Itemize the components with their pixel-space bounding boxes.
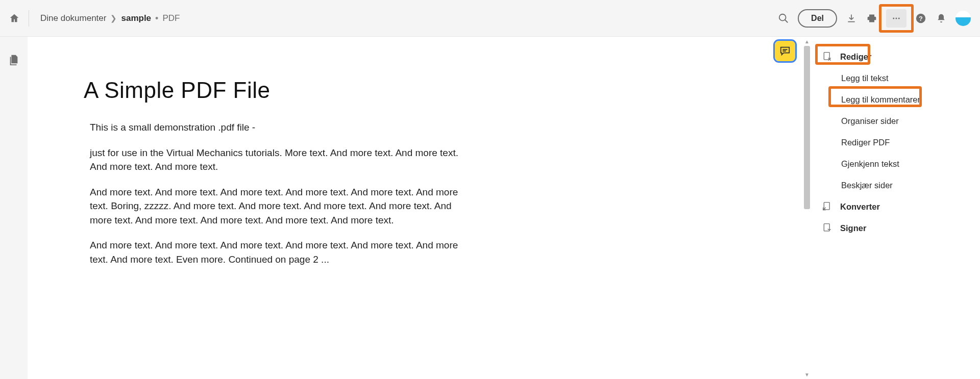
chevron-right-icon: ❯ xyxy=(110,14,117,23)
documents-icon xyxy=(8,54,19,65)
search-button[interactable] xyxy=(773,8,794,29)
panel-item-label: Beskjær sider xyxy=(841,181,893,190)
top-toolbar: Dine dokumenter ❯ sample • PDF Del ? xyxy=(0,0,980,37)
panel-signer[interactable]: Signer xyxy=(820,217,972,239)
vertical-scrollbar[interactable]: ▲ ▼ xyxy=(802,37,812,379)
paragraph: And more text. And more text. And more t… xyxy=(90,238,472,266)
convert-icon xyxy=(822,201,833,212)
print-icon xyxy=(867,13,877,23)
help-button[interactable]: ? xyxy=(911,8,931,29)
home-icon xyxy=(9,13,20,24)
panel-item-label: Legg til tekst xyxy=(841,73,889,83)
breadcrumb-current: sample xyxy=(121,13,151,23)
panel-item-label: Rediger xyxy=(840,52,871,62)
divider xyxy=(29,10,29,27)
panel-organiser-sider[interactable]: Organiser sider xyxy=(820,110,972,132)
comment-icon xyxy=(779,45,791,57)
download-button[interactable] xyxy=(841,8,862,29)
svg-point-3 xyxy=(896,17,897,19)
document-viewer: A Simple PDF File This is a small demons… xyxy=(28,37,812,379)
panel-rediger-pdf[interactable]: Rediger PDF xyxy=(820,132,972,153)
panel-beskjaer-sider[interactable]: Beskjær sider xyxy=(820,174,972,196)
panel-item-label: Organiser sider xyxy=(841,116,899,126)
more-menu-wrap xyxy=(886,9,906,28)
main-area: A Simple PDF File This is a small demons… xyxy=(0,37,980,379)
panel-konverter[interactable]: Konverter xyxy=(820,196,972,217)
svg-point-4 xyxy=(898,17,900,19)
user-avatar[interactable] xyxy=(955,11,971,26)
document-page: A Simple PDF File This is a small demons… xyxy=(28,37,589,266)
share-label: Del xyxy=(811,14,824,23)
share-button[interactable]: Del xyxy=(798,9,837,28)
document-body: This is a small demonstration .pdf file … xyxy=(84,120,472,266)
scroll-track[interactable] xyxy=(802,46,812,370)
sign-icon xyxy=(822,222,833,234)
paragraph: just for use in the Virtual Mechanics tu… xyxy=(90,146,472,174)
home-button[interactable] xyxy=(7,11,21,26)
document-title: A Simple PDF File xyxy=(84,78,533,103)
scroll-thumb[interactable] xyxy=(804,46,810,209)
download-icon xyxy=(846,13,856,23)
help-icon: ? xyxy=(915,13,926,24)
panel-gjenkjenn-tekst[interactable]: Gjenkjenn tekst xyxy=(820,153,972,174)
panel-item-label: Rediger PDF xyxy=(841,138,890,147)
panel-item-label: Konverter xyxy=(840,202,880,212)
ellipsis-icon xyxy=(892,14,901,23)
print-button[interactable] xyxy=(862,8,882,29)
scroll-down-arrow[interactable]: ▼ xyxy=(802,370,812,379)
breadcrumb-root[interactable]: Dine dokumenter xyxy=(40,13,106,23)
more-options-button[interactable] xyxy=(886,9,906,28)
breadcrumb: Dine dokumenter ❯ sample • PDF xyxy=(40,13,180,23)
svg-point-0 xyxy=(779,14,786,20)
panel-rediger[interactable]: Rediger xyxy=(820,46,972,67)
documents-rail-button[interactable] xyxy=(8,54,19,65)
tools-panel: Rediger Legg til tekst Legg til kommenta… xyxy=(812,37,980,379)
panel-item-label: Signer xyxy=(840,223,866,233)
panel-legg-til-tekst[interactable]: Legg til tekst xyxy=(820,67,972,89)
separator-dot: • xyxy=(155,14,158,23)
bell-icon xyxy=(936,13,946,23)
paragraph: This is a small demonstration .pdf file … xyxy=(90,120,472,135)
paragraph: And more text. And more text. And more t… xyxy=(90,185,472,228)
add-comment-button[interactable] xyxy=(775,41,795,61)
scroll-up-arrow[interactable]: ▲ xyxy=(802,37,812,46)
svg-line-1 xyxy=(785,19,788,22)
panel-legg-til-kommentarer[interactable]: Legg til kommentarer xyxy=(820,89,972,110)
panel-item-label: Legg til kommentarer xyxy=(841,95,920,105)
left-rail xyxy=(0,37,28,379)
edit-pdf-icon xyxy=(822,51,833,62)
svg-point-2 xyxy=(893,17,894,19)
svg-text:?: ? xyxy=(919,14,923,22)
notifications-button[interactable] xyxy=(931,8,951,29)
breadcrumb-filetype: PDF xyxy=(162,13,180,23)
search-icon xyxy=(778,13,789,24)
panel-item-label: Gjenkjenn tekst xyxy=(841,159,899,169)
